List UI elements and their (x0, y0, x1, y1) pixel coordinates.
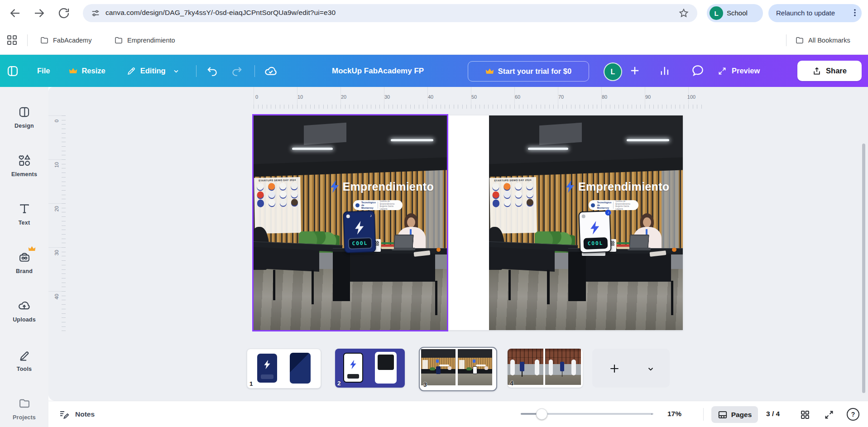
trial-label: Start your trial for $0 (498, 67, 571, 76)
device-mockup-white[interactable]: ♪ COOL (578, 211, 612, 254)
text-icon (19, 202, 30, 216)
vertical-scrollbar[interactable] (862, 144, 865, 393)
uploads-cloud-icon (18, 299, 31, 312)
sidebar-item-brand[interactable]: Brand (0, 250, 48, 296)
sidebar-item-projects[interactable]: Projects (0, 397, 48, 427)
trial-button[interactable]: Start your trial for $0 (468, 61, 589, 82)
brand-icon (18, 250, 31, 264)
bookmark-star-icon[interactable] (678, 8, 689, 19)
crown-icon (28, 246, 36, 252)
wall-brand-text: Emprendimiento (578, 180, 669, 193)
h-ruler-number: 10 (297, 94, 303, 100)
desk-corner (333, 252, 350, 301)
h-ruler-number: 90 (645, 94, 651, 100)
divider (27, 34, 28, 46)
insights-icon[interactable] (659, 64, 671, 77)
collapse-thumbnails-icon[interactable] (647, 365, 655, 373)
desk-leg (273, 270, 275, 300)
ceiling-duct (539, 123, 582, 145)
divider (254, 65, 255, 77)
desk-corner (568, 252, 586, 301)
site-settings-icon[interactable] (91, 8, 101, 18)
sidebar-item-tools[interactable]: Tools (0, 348, 48, 393)
undo-button[interactable] (206, 65, 218, 77)
comments-icon[interactable] (691, 64, 705, 77)
browser-menu-icon[interactable] (850, 8, 859, 17)
zoom-slider-thumb[interactable] (536, 408, 547, 420)
desk-right-front (582, 254, 671, 282)
cloud-save-status-icon (264, 64, 278, 78)
device-display: COOL (348, 237, 372, 249)
fullscreen-icon[interactable] (824, 409, 834, 420)
laptop-base (392, 248, 415, 250)
add-page-button[interactable] (592, 349, 670, 388)
pumpkin (436, 248, 441, 252)
v-ruler-number: 0 (54, 120, 59, 122)
page-image-left-selected[interactable]: STARTUPS DEMO DAY 2024 Emprendimiento Te… (254, 115, 447, 330)
divider (196, 65, 197, 77)
notes-label: Notes (75, 410, 95, 418)
poster-title: STARTUPS DEMO DAY 2024 (255, 179, 299, 182)
home-sidebar-toggle[interactable] (6, 64, 19, 78)
apps-grid-icon[interactable] (7, 35, 17, 45)
preview-button[interactable]: Preview (718, 55, 760, 87)
desk-leg (508, 270, 511, 300)
editing-mode-dropdown[interactable]: Editing (126, 66, 180, 76)
back-icon[interactable] (8, 6, 22, 20)
browser-profile-name: School (727, 9, 748, 17)
reload-icon[interactable] (57, 6, 71, 20)
bolt-icon (329, 180, 340, 193)
design-title[interactable]: MockUp FabAcademy FP (332, 55, 424, 87)
device-display: COOL (583, 237, 608, 249)
help-button[interactable]: ? (847, 408, 859, 421)
redo-button[interactable] (231, 65, 243, 77)
v-ruler-ticks (62, 115, 66, 335)
page-thumbnail-3-selected[interactable]: 3 (419, 347, 497, 391)
preview-label: Preview (732, 67, 760, 75)
all-bookmarks[interactable]: All Bookmarks (795, 34, 850, 46)
canvas-page[interactable]: STARTUPS DEMO DAY 2024 Emprendimiento Te… (254, 115, 683, 330)
tec-logo-icon (591, 203, 595, 207)
badge-sub-text: Instituto de Emprendimiento Eugenio Garz… (380, 200, 400, 210)
resize-button[interactable]: Resize (69, 67, 105, 75)
sidebar-item-label: Tools (17, 366, 32, 372)
relaunch-label[interactable]: Relaunch to update (776, 9, 835, 17)
desk-leg (312, 270, 314, 304)
sidebar-item-elements[interactable]: Elements (0, 154, 48, 199)
device-mockup-navy[interactable]: ♪ COOL (343, 211, 376, 254)
notes-button[interactable]: Notes (59, 408, 95, 421)
page-thumbnail-4[interactable]: 4 (508, 349, 583, 388)
sidebar-item-text[interactable]: Text (0, 202, 48, 247)
ceiling-duct (304, 123, 346, 145)
page-indicator: 3 / 4 (766, 410, 780, 418)
v-ruler-number: 40 (54, 294, 59, 299)
bookmark-fabacademy[interactable]: FabAcademy (40, 34, 91, 46)
badge-sub-text: Instituto de Emprendimiento Eugenio Garz… (615, 200, 636, 210)
zoom-percentage[interactable]: 17% (667, 410, 681, 418)
resize-label: Resize (82, 67, 105, 75)
editing-label: Editing (140, 67, 166, 75)
page-number: 1 (249, 380, 253, 387)
url-text[interactable]: canva.com/design/DAG_7ky4ssY/-0sd-eiaqJC… (106, 9, 336, 17)
forward-icon[interactable] (33, 6, 46, 20)
file-menu[interactable]: File (37, 67, 50, 75)
laptop (629, 235, 649, 249)
sidebar-item-design[interactable]: Design (0, 105, 48, 150)
pages-toggle-button[interactable]: Pages (711, 406, 758, 423)
ceiling-light (391, 139, 433, 141)
share-button[interactable]: Share (797, 61, 862, 81)
browser-avatar[interactable]: L (710, 6, 723, 20)
device-display-text: COOL (588, 240, 604, 246)
sidebar-item-uploads[interactable]: Uploads (0, 299, 48, 344)
grid-view-icon[interactable] (800, 409, 810, 420)
add-member-button[interactable] (628, 64, 641, 77)
plus-icon[interactable] (609, 363, 620, 374)
page-image-right[interactable]: STARTUPS DEMO DAY 2024 Emprendimiento Te… (489, 115, 683, 330)
page-thumbnail-2[interactable]: 2 (335, 349, 405, 388)
page-thumbnail-1[interactable]: 1 (247, 349, 321, 389)
v-ruler-number: 20 (54, 206, 59, 211)
user-avatar[interactable]: L (604, 62, 622, 81)
chevron-down-icon (173, 67, 180, 75)
bookmark-emprendimiento[interactable]: Emprendimiento (114, 34, 175, 46)
h-ruler-number: 40 (428, 94, 433, 100)
